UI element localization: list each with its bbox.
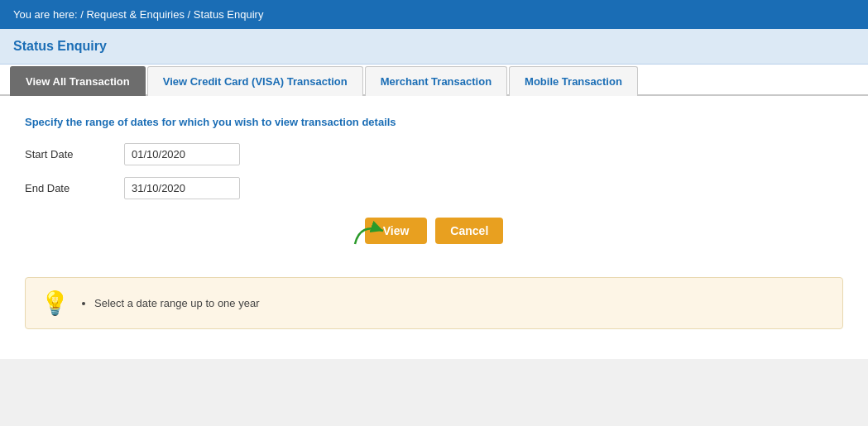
main-content: View All Transaction View Credit Card (V… xyxy=(0,65,868,359)
breadcrumb-bar: You are here: / Request & Enquiries / St… xyxy=(0,0,868,29)
tip-text: Select a date range up to one year xyxy=(81,297,259,309)
pointer-arrow-icon xyxy=(352,214,391,247)
button-row: View Cancel xyxy=(25,218,843,244)
page-title: Status Enquiry xyxy=(13,39,855,54)
start-date-input[interactable] xyxy=(124,143,240,165)
tab-all-transaction[interactable]: View All Transaction xyxy=(10,66,146,96)
lightbulb-icon: 💡 xyxy=(41,290,70,317)
page-header: Status Enquiry xyxy=(0,29,868,65)
end-date-input[interactable] xyxy=(124,177,240,199)
breadcrumb-section: Request & Enquiries xyxy=(86,8,185,21)
start-date-label: Start Date xyxy=(25,148,124,160)
breadcrumb-prefix: You are here: xyxy=(13,8,78,21)
start-date-row: Start Date xyxy=(25,143,843,165)
end-date-label: End Date xyxy=(25,182,124,194)
breadcrumb-sep2: / xyxy=(188,8,191,21)
tip-box: 💡 Select a date range up to one year xyxy=(25,277,843,329)
tab-mobile-transaction[interactable]: Mobile Transaction xyxy=(509,66,638,96)
breadcrumb-sep1: / xyxy=(80,8,84,21)
tab-bar: View All Transaction View Credit Card (V… xyxy=(0,65,868,96)
cancel-button[interactable]: Cancel xyxy=(435,218,503,244)
breadcrumb-page: Status Enquiry xyxy=(194,8,264,21)
tab-visa-transaction[interactable]: View Credit Card (VISA) Transaction xyxy=(147,66,363,96)
end-date-row: End Date xyxy=(25,177,843,199)
form-instruction: Specify the range of dates for which you… xyxy=(25,116,843,128)
tip-text-item: Select a date range up to one year xyxy=(94,297,259,309)
form-area: Specify the range of dates for which you… xyxy=(0,96,868,264)
tab-merchant-transaction[interactable]: Merchant Transaction xyxy=(365,66,507,96)
